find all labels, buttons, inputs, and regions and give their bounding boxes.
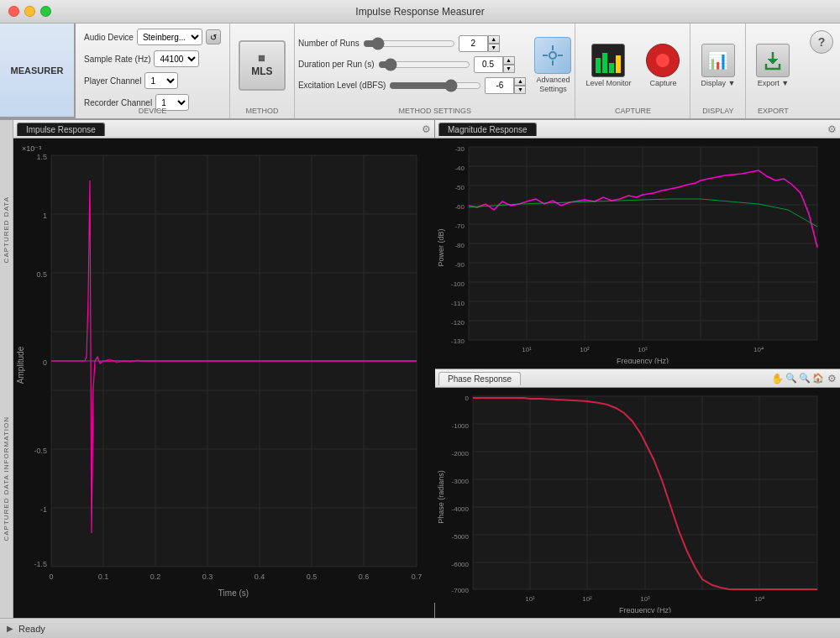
impulse-panel-gear[interactable]: ⚙: [422, 123, 431, 135]
phase-response-tab[interactable]: Phase Response: [438, 372, 521, 385]
player-channel-row: Player Channel 1: [84, 72, 221, 89]
export-icon: [756, 44, 790, 77]
audio-device-row: Audio Device Steinberg... ↺: [84, 29, 221, 45]
svg-text:10⁴: 10⁴: [754, 595, 764, 603]
zoom-out-tool[interactable]: 🔍: [799, 373, 811, 384]
magnitude-response-tab[interactable]: Magnitude Response: [438, 123, 537, 136]
status-arrow: ▶: [7, 624, 13, 633]
phase-response-panel: Phase Response ✋ 🔍 🔍 🏠 ⚙: [435, 369, 840, 618]
duration-input[interactable]: [474, 56, 503, 73]
status-text: Ready: [18, 624, 45, 634]
impulse-response-tab[interactable]: Impulse Response: [17, 123, 105, 136]
duration-label: Duration per Run (s): [298, 60, 375, 69]
method-settings-section-label: METHOD SETTINGS: [295, 107, 575, 115]
sample-rate-label: Sample Rate (Hz): [84, 55, 150, 64]
svg-text:-100: -100: [451, 280, 465, 288]
svg-text:0.6: 0.6: [359, 573, 370, 581]
advanced-settings-icon: [534, 37, 571, 74]
phase-tools: ✋ 🔍 🔍 🏠: [771, 373, 824, 384]
excitation-spinner: ▲ ▼: [485, 77, 526, 94]
excitation-slider[interactable]: [389, 80, 481, 92]
svg-text:Power (dB): Power (dB): [437, 228, 445, 266]
sample-rate-select[interactable]: 44100: [154, 50, 199, 67]
svg-text:0: 0: [43, 358, 47, 367]
svg-text:Frequency (Hz): Frequency (Hz): [619, 606, 671, 613]
zoom-in-tool[interactable]: 🔍: [785, 373, 797, 384]
excitation-down[interactable]: ▼: [514, 86, 526, 94]
export-button[interactable]: Export ▼: [749, 40, 796, 91]
refresh-button[interactable]: ↺: [206, 29, 221, 44]
excitation-input[interactable]: [485, 77, 514, 94]
capture-label: Capture: [649, 79, 676, 87]
svg-text:-0.5: -0.5: [34, 447, 47, 455]
window-controls: [8, 6, 51, 17]
level-monitor-label: Level Monitor: [585, 79, 631, 87]
capture-section-label: CAPTURE: [575, 107, 690, 115]
svg-text:-1000: -1000: [452, 422, 470, 430]
svg-text:-6000: -6000: [452, 561, 470, 568]
svg-text:10¹: 10¹: [525, 595, 535, 603]
side-labels: CAPTURED DATA CAPTURED DATA INFORMATION: [0, 120, 13, 618]
num-runs-input[interactable]: [459, 35, 488, 52]
phase-svg: 0 -1000 -2000 -3000 -4000 -5000 -6000 -7…: [435, 388, 826, 613]
device-section-label: DEVICE: [76, 107, 229, 115]
player-channel-select[interactable]: 1: [144, 72, 178, 89]
pan-tool[interactable]: ✋: [771, 373, 784, 384]
export-section: Export ▼ EXPORT: [746, 24, 800, 118]
magnitude-response-header: Magnitude Response ⚙: [435, 120, 840, 139]
capture-button[interactable]: Capture: [639, 40, 686, 91]
measurer-tab-label: MEASURER: [11, 65, 64, 76]
num-runs-slider[interactable]: [363, 38, 455, 50]
svg-text:-7000: -7000: [452, 587, 470, 594]
num-runs-spinner: ▲ ▼: [459, 35, 500, 52]
home-tool[interactable]: 🏠: [812, 373, 824, 384]
svg-text:0: 0: [465, 395, 470, 402]
help-button[interactable]: ?: [810, 30, 833, 54]
phase-response-header: Phase Response ✋ 🔍 🔍 🏠 ⚙: [435, 369, 840, 388]
svg-text:10³: 10³: [638, 346, 648, 353]
svg-text:Phase (radians): Phase (radians): [437, 470, 445, 524]
display-icon: 📊: [701, 44, 735, 77]
method-section: ▦ MLS METHOD: [230, 24, 295, 118]
duration-down[interactable]: ▼: [503, 65, 515, 73]
captured-data-info-label: CAPTURED DATA INFORMATION: [3, 416, 10, 541]
measurer-tab[interactable]: MEASURER: [0, 24, 76, 118]
svg-text:-50: -50: [454, 184, 465, 191]
mls-icon: ▦ MLS: [239, 40, 286, 91]
level-monitor-button[interactable]: Level Monitor: [579, 40, 638, 91]
num-runs-down[interactable]: ▼: [488, 44, 500, 52]
maximize-button[interactable]: [40, 6, 51, 17]
export-section-label: EXPORT: [746, 107, 800, 115]
display-button[interactable]: 📊 Display ▼: [694, 40, 742, 91]
advanced-settings-label: AdvancedSettings: [536, 76, 570, 94]
svg-text:0: 0: [49, 573, 53, 581]
svg-text:0.5: 0.5: [307, 573, 318, 581]
svg-point-0: [549, 52, 556, 59]
magnitude-response-panel: Magnitude Response ⚙: [435, 120, 840, 369]
captured-data-label: CAPTURED DATA: [3, 196, 10, 263]
magnitude-svg: -30 -40 -50 -60 -70 -80 -90 -100 -110 -1…: [435, 139, 826, 363]
svg-text:-2000: -2000: [452, 450, 470, 458]
window-title: Impulse Response Measurer: [355, 6, 484, 18]
duration-spinner: ▲ ▼: [474, 56, 515, 73]
svg-text:-130: -130: [451, 337, 465, 345]
duration-up[interactable]: ▲: [503, 56, 515, 65]
mls-button[interactable]: ▦ MLS: [239, 40, 286, 91]
close-button[interactable]: [8, 6, 19, 17]
num-runs-label: Number of Runs: [298, 39, 360, 48]
excitation-row: Excitation Level (dBFS) ▲ ▼: [298, 77, 527, 94]
advanced-settings-button[interactable]: AdvancedSettings: [534, 37, 571, 94]
phase-panel-gear[interactable]: ⚙: [827, 373, 837, 384]
impulse-response-chart: 1.5 1 0.5 0 -0.5 -1 -1.5 0 0.1 0.2 0.3 0…: [13, 139, 434, 618]
num-runs-up[interactable]: ▲: [488, 35, 500, 44]
mls-label: MLS: [251, 65, 272, 77]
audio-device-select[interactable]: Steinberg...: [137, 29, 202, 45]
svg-text:1.5: 1.5: [36, 153, 47, 161]
duration-slider[interactable]: [378, 59, 470, 71]
excitation-up[interactable]: ▲: [514, 77, 526, 86]
svg-text:10¹: 10¹: [522, 346, 532, 353]
minimize-button[interactable]: [24, 6, 35, 17]
svg-text:-1: -1: [40, 505, 47, 514]
svg-text:0.7: 0.7: [412, 573, 423, 581]
magnitude-panel-gear[interactable]: ⚙: [827, 123, 837, 135]
